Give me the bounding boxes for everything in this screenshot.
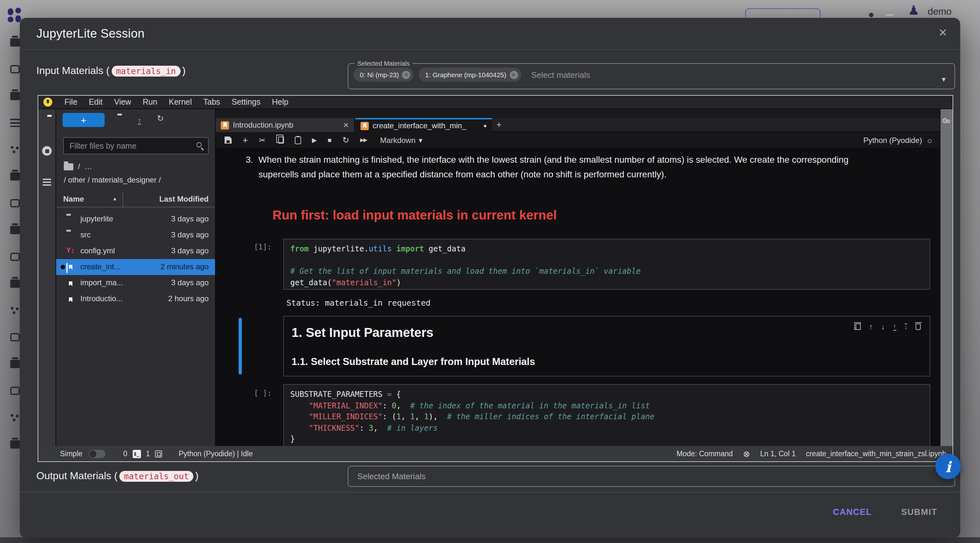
filter-files-field[interactable] — [63, 137, 208, 154]
upload-icon[interactable]: ↑ — [138, 116, 141, 124]
tab-create-interface[interactable]: create_interface_with_min_ ● — [355, 118, 492, 132]
breadcrumb[interactable]: / … — [64, 162, 92, 171]
file-row-create-interface[interactable]: create_int... 2 minutes ago — [56, 259, 215, 275]
copy-icon[interactable] — [278, 137, 284, 143]
move-cell-down-icon[interactable]: ↓ — [881, 322, 885, 331]
notebook-toolbar: + ✂ ▶ ■ ↻ ▶▶ Markdown ▾ Python (P — [216, 132, 940, 149]
notebook-content[interactable]: 3. When the strain matching is finished,… — [216, 149, 940, 446]
file-name: create_int... — [80, 262, 120, 271]
delete-cell-icon[interactable] — [916, 323, 921, 330]
submit-button[interactable]: SUBMIT — [901, 507, 937, 517]
file-row-src[interactable]: src 3 days ago — [56, 227, 215, 243]
chat-icon — [10, 440, 19, 449]
menu-file[interactable]: File — [59, 98, 83, 107]
home-folder-icon[interactable] — [64, 163, 73, 170]
user-avatar: ♟ — [908, 3, 920, 18]
tab-introduction[interactable]: Introduction.ipynb ✕ — [216, 118, 355, 132]
file-name: config.yml — [80, 246, 115, 255]
background-dash — [886, 14, 894, 16]
cell-type-dropdown[interactable]: Markdown ▾ — [380, 135, 423, 145]
insert-cell-above-icon[interactable]: ↑ — [893, 323, 896, 330]
paste-icon[interactable] — [295, 136, 301, 144]
menu-kernel[interactable]: Kernel — [163, 98, 197, 107]
session-counts[interactable]: 0 $_ 1 — [123, 449, 162, 458]
dock-gap — [216, 109, 940, 118]
markdown-list-item[interactable]: 3. When the strain matching is finished,… — [246, 153, 877, 182]
unsaved-dot-icon[interactable]: ● — [483, 123, 487, 129]
active-filename: create_interface_with_min_strain_zsl.ipy… — [806, 450, 946, 457]
tab-close-icon[interactable]: ✕ — [343, 121, 349, 129]
kernels-count[interactable]: 1 — [146, 450, 150, 457]
refresh-icon[interactable]: ↻ — [157, 114, 164, 123]
chip-remove-icon[interactable]: ✕ — [402, 70, 410, 79]
code-cell-1[interactable]: from jupyterlite.utils import get_data #… — [283, 239, 930, 290]
cancel-button[interactable]: CANCEL — [833, 507, 872, 517]
restart-run-all-icon[interactable]: ▶▶ — [360, 137, 367, 143]
move-cell-up-icon[interactable]: ↑ — [869, 322, 873, 331]
chip-remove-icon[interactable]: ✕ — [509, 70, 518, 79]
input-materials-select[interactable]: Selected Materials 0: Ni (mp-23) ✕ 1: Gr… — [348, 60, 955, 89]
breadcrumb-path[interactable]: / other / materials_designer / — [64, 175, 161, 185]
file-modified: 2 minutes ago — [161, 262, 208, 271]
file-list-header[interactable]: Name ▲ Last Modified — [56, 192, 215, 207]
insert-cell-below-icon[interactable]: ↓ — [904, 323, 907, 330]
cursor-position[interactable]: Ln 1, Col 1 — [760, 450, 795, 457]
info-fab-button[interactable]: i — [935, 454, 961, 479]
file-row-jupyterlite[interactable]: jupyterlite 3 days ago — [56, 211, 215, 227]
material-chip[interactable]: 1: Graphene (mp-1040425) ✕ — [419, 68, 521, 82]
terminals-count[interactable]: 0 — [123, 450, 127, 457]
menu-run[interactable]: Run — [137, 98, 163, 107]
column-name[interactable]: Name — [63, 194, 84, 204]
file-row-config[interactable]: Y: config.yml 3 days ago — [56, 243, 215, 259]
menu-edit[interactable]: Edit — [83, 98, 108, 107]
stop-icon[interactable]: ■ — [328, 137, 331, 143]
add-cell-icon[interactable]: + — [242, 137, 248, 143]
close-icon[interactable]: ✕ — [939, 26, 948, 40]
notebook-icon — [66, 264, 68, 272]
selected-cell-bar[interactable] — [239, 318, 242, 374]
output-materials-label: Output Materials ( materials_out ) — [37, 470, 199, 482]
status-right: Mode: Command ⊗ Ln 1, Col 1 create_inter… — [677, 449, 953, 459]
run-icon[interactable]: ▶ — [312, 137, 317, 143]
markdown-cell-selected[interactable]: 1. Set Input Parameters 1.1. Select Subs… — [283, 316, 930, 376]
background-topbar: ♟ demo — [725, 0, 980, 18]
code-cell-2[interactable]: SUBSTRATE_PARAMETERS = { "MATERIAL_INDEX… — [283, 384, 930, 446]
running-dot-icon — [60, 265, 65, 269]
filter-files-input[interactable] — [64, 138, 185, 154]
file-row-import-material[interactable]: import_ma... 3 days ago — [56, 275, 215, 291]
dropdown-arrow-icon[interactable]: ▼ — [940, 76, 947, 83]
kernel-name: Python (Pyodide) — [863, 136, 922, 145]
workflow-icon — [10, 199, 19, 207]
menu-view[interactable]: View — [108, 98, 137, 107]
new-tab-icon[interactable]: + — [496, 119, 501, 129]
kernel-indicator[interactable]: Python (Pyodide) ○ — [863, 132, 932, 149]
running-kernels-icon[interactable] — [42, 146, 52, 156]
command-mode[interactable]: Mode: Command — [677, 450, 733, 457]
simple-mode-toggle[interactable] — [89, 449, 105, 458]
code-line: get_data("materials_in") — [290, 277, 923, 288]
output-materials-select[interactable]: Selected Materials ▼ — [348, 466, 955, 487]
duplicate-cell-icon[interactable] — [856, 323, 861, 330]
column-last-modified[interactable]: Last Modified — [159, 194, 208, 204]
menu-tabs[interactable]: Tabs — [197, 98, 226, 107]
cut-icon[interactable]: ✂ — [259, 135, 266, 145]
status-left: Simple 0 $_ 1 Python (Pyodide) | Idle — [38, 449, 253, 458]
materials-in-code: materials_in — [111, 65, 180, 76]
share-icon — [10, 333, 19, 341]
new-launcher-button[interactable]: + — [62, 113, 105, 127]
menu-help[interactable]: Help — [266, 98, 294, 107]
breadcrumb-root[interactable]: / — [78, 162, 80, 171]
kernel-status[interactable]: Python (Pyodide) | Idle — [179, 450, 253, 457]
material-chip[interactable]: 0: Ni (mp-23) ✕ — [353, 68, 414, 82]
material-chip-label: 1: Graphene (mp-1040425) — [425, 71, 507, 78]
restart-kernel-icon[interactable]: ↻ — [342, 135, 349, 145]
table-of-contents-icon[interactable] — [43, 179, 51, 186]
save-icon[interactable] — [224, 137, 232, 143]
run-first-heading[interactable]: Run first: load input materials in curre… — [272, 208, 557, 223]
code-line: "MATERIAL_INDEX": 0, # the index of the … — [290, 400, 923, 412]
breadcrumb-ellipsis[interactable]: … — [84, 162, 92, 171]
menu-settings[interactable]: Settings — [226, 98, 266, 107]
activity-bar — [38, 109, 56, 446]
file-row-introduction[interactable]: Introductio... 2 hours ago — [56, 291, 215, 307]
property-inspector-gears-icon[interactable]: ⚙⚙ — [942, 114, 951, 126]
